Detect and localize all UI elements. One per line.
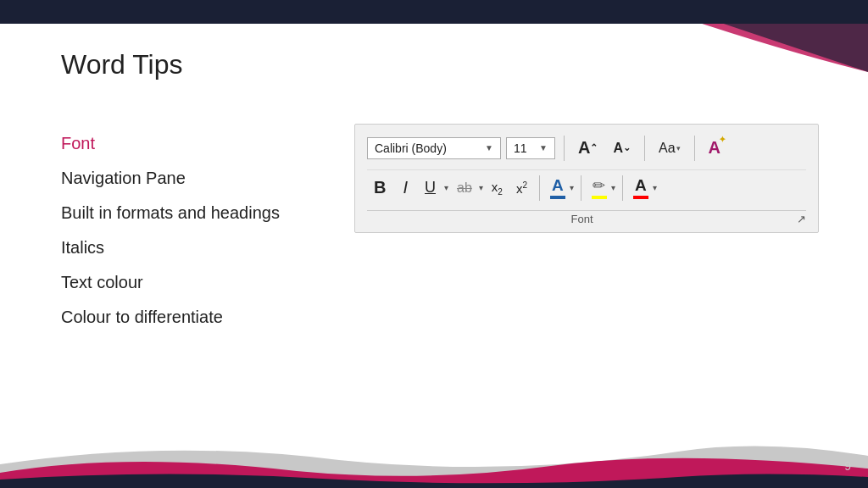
shrink-font-button[interactable]: A⌄	[608, 137, 636, 159]
divider-row2-2	[581, 175, 581, 201]
divider-1	[564, 136, 565, 161]
bullet-item-colour-differentiate: Colour to differentiate	[61, 308, 280, 327]
strikethrough-button[interactable]: ab	[452, 178, 477, 198]
divider-3	[694, 136, 695, 161]
divider-row2-1	[539, 175, 540, 201]
font-size-select[interactable]: 11 ▼	[506, 137, 555, 159]
top-bar	[0, 0, 868, 24]
bullet-item-text-colour: Text colour	[61, 273, 280, 292]
subscript-button[interactable]: x2	[487, 177, 508, 199]
font-color-button[interactable]: A	[547, 174, 569, 202]
font-panel: Calibri (Body) ▼ 11 ▼ A⌃ A⌄ Aa▾	[354, 124, 819, 233]
font-color-red-dropdown-icon[interactable]: ▾	[653, 183, 657, 192]
divider-2	[644, 136, 645, 161]
highlight-color-button[interactable]: ✏	[588, 174, 610, 202]
font-panel-footer: Font ↗	[367, 210, 806, 225]
slide-content: Word Tips Font Navigation Pane Built in …	[0, 24, 868, 488]
underline-dropdown-icon[interactable]: ▾	[444, 183, 448, 192]
font-size-value: 11	[514, 141, 527, 155]
font-name-value: Calibri (Body)	[375, 141, 447, 155]
font-color-red-button[interactable]: A	[630, 174, 652, 202]
change-case-button[interactable]: Aa▾	[654, 137, 686, 159]
bold-button[interactable]: B	[367, 175, 392, 200]
font-size-dropdown-icon: ▼	[539, 143, 548, 152]
font-panel-expand-icon[interactable]: ↗	[797, 213, 806, 225]
underline-button[interactable]: U	[418, 176, 442, 199]
bullet-item-italics: Italics	[61, 238, 280, 258]
text-effects-button[interactable]: A ✦	[704, 135, 726, 161]
highlight-dropdown-icon[interactable]: ▾	[611, 183, 615, 192]
font-panel-row2: B I U ▾ ab ▾ x2 x2 A ▾	[367, 169, 806, 207]
font-name-dropdown-icon: ▼	[485, 143, 493, 152]
font-panel-label: Font	[367, 213, 797, 225]
italic-button[interactable]: I	[396, 175, 415, 200]
bottom-decoration	[0, 430, 868, 488]
font-name-select[interactable]: Calibri (Body) ▼	[367, 137, 501, 159]
superscript-button[interactable]: x2	[511, 178, 532, 198]
bullet-item-built-in-formats: Built in formats and headings	[61, 203, 280, 223]
strikethrough-dropdown-icon[interactable]: ▾	[479, 183, 483, 192]
bullet-list: Font Navigation Pane Built in formats an…	[61, 134, 280, 327]
grow-font-button[interactable]: A⌃	[573, 135, 603, 161]
bullet-item-navigation-pane: Navigation Pane	[61, 169, 280, 188]
page-number: 9	[844, 459, 851, 473]
slide-title: Word Tips	[61, 49, 182, 80]
bullet-item-font: Font	[61, 134, 280, 153]
font-panel-row1: Calibri (Body) ▼ 11 ▼ A⌃ A⌄ Aa▾	[367, 135, 806, 161]
divider-row2-3	[622, 175, 623, 201]
font-color-dropdown-icon[interactable]: ▾	[570, 183, 574, 192]
